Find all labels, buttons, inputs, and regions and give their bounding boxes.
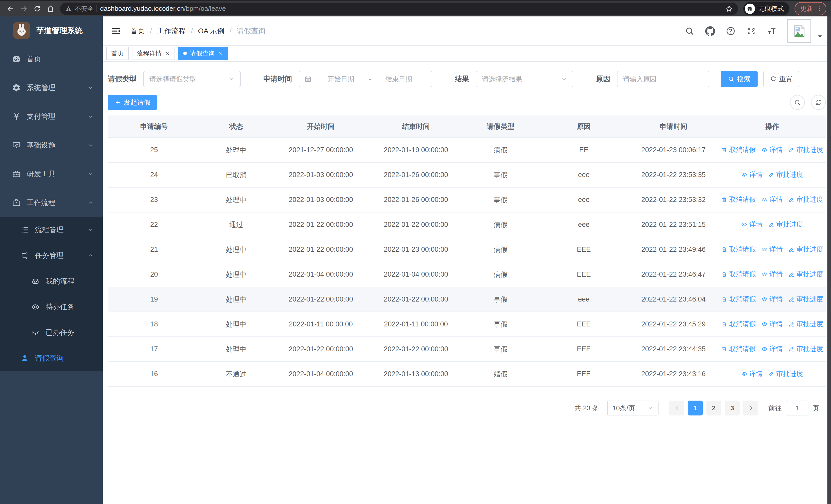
tab-leave-query[interactable]: 请假查询: [178, 47, 228, 60]
action-detail-link[interactable]: 详情: [762, 345, 783, 353]
action-detail-link[interactable]: 详情: [762, 270, 783, 279]
chevron-down-icon: [87, 113, 94, 120]
page-scrollbar[interactable]: [827, 17, 831, 504]
breadcrumb-item[interactable]: 首页: [131, 26, 145, 36]
eye-icon: [762, 197, 768, 203]
goto-page-input[interactable]: [786, 401, 808, 415]
page-button-1[interactable]: 1: [688, 401, 703, 415]
help-icon[interactable]: [726, 26, 736, 36]
prev-page-button[interactable]: [669, 401, 684, 415]
sidebar-item-payment[interactable]: 支付管理: [0, 102, 103, 131]
column-header: 请假类型: [462, 116, 539, 138]
sidebar-item-devtools[interactable]: 研发工具: [0, 159, 103, 188]
tab-process-detail[interactable]: 流程详情: [132, 47, 175, 60]
action-cancel-link[interactable]: 取消请假: [721, 295, 756, 304]
breadcrumb-item[interactable]: OA 示例: [198, 26, 225, 36]
action-detail-link[interactable]: 详情: [762, 295, 783, 304]
reset-button[interactable]: 重置: [763, 71, 799, 87]
chevron-down-icon: [561, 76, 567, 82]
github-icon[interactable]: [705, 26, 715, 36]
browser-forward-icon[interactable]: [18, 3, 30, 14]
action-progress-link[interactable]: 审批进度: [789, 245, 823, 254]
page-button-2[interactable]: 2: [706, 401, 721, 415]
action-cancel-link[interactable]: 取消请假: [721, 245, 756, 254]
cell-reason: EE: [539, 138, 629, 162]
kebab-menu-icon[interactable]: [816, 6, 822, 12]
action-detail-link[interactable]: 详情: [762, 195, 783, 204]
url-bar[interactable]: 不安全 dashboard.yudao.iocoder.cn/bpm/oa/le…: [60, 3, 738, 15]
app-logo-row[interactable]: 芋道管理系统: [0, 17, 103, 45]
sidebar-item-process-mgmt[interactable]: 流程管理: [0, 217, 103, 243]
end-date-placeholder: 结束日期: [371, 75, 427, 84]
sidebar-collapse-icon[interactable]: [111, 26, 121, 36]
action-cancel-link[interactable]: 取消请假: [721, 145, 756, 154]
sidebar-item-done-tasks[interactable]: 已办任务: [0, 320, 103, 346]
eye-icon: [741, 172, 747, 178]
browser-update-button[interactable]: 更新: [795, 2, 826, 16]
trash-icon: [721, 321, 727, 327]
action-progress-link[interactable]: 审批进度: [789, 195, 823, 204]
column-header: 结束时间: [370, 116, 462, 138]
leave-type-select[interactable]: 请选择请假类型: [143, 71, 241, 87]
chevron-down-icon: [228, 76, 235, 82]
sidebar-item-home[interactable]: 首页: [0, 45, 103, 73]
action-progress-link[interactable]: 审批进度: [768, 369, 803, 378]
search-button[interactable]: 搜索: [721, 71, 757, 87]
page-size-select[interactable]: 10条/页: [607, 401, 659, 415]
action-progress-link[interactable]: 审批进度: [789, 320, 823, 328]
table-row: 25处理中2021-12-27 00:00:002022-01-19 00:00…: [108, 138, 826, 162]
search-icon[interactable]: [685, 26, 694, 36]
result-select[interactable]: 请选择流结果: [476, 71, 573, 87]
create-leave-button[interactable]: 发起请假: [108, 95, 157, 110]
sidebar-item-system[interactable]: 系统管理: [0, 73, 103, 102]
reason-input[interactable]: [617, 71, 709, 87]
close-icon[interactable]: [218, 51, 223, 56]
action-progress-link[interactable]: 审批进度: [768, 220, 803, 229]
browser-reload-icon[interactable]: [31, 3, 43, 14]
sidebar-item-todo-tasks[interactable]: 待办任务: [0, 294, 103, 320]
action-detail-link[interactable]: 详情: [741, 220, 763, 229]
action-cancel-link[interactable]: 取消请假: [721, 270, 756, 279]
cell-reason: eee: [539, 162, 629, 187]
bookmark-star-icon[interactable]: [725, 5, 733, 12]
edit-icon: [789, 197, 795, 203]
action-cancel-link[interactable]: 取消请假: [721, 345, 756, 353]
breadcrumb-item[interactable]: 工作流程: [157, 26, 186, 36]
cell-actions: 详情审批进度: [718, 212, 826, 237]
action-cancel-link[interactable]: 取消请假: [721, 320, 756, 328]
avatar-caret-down-icon[interactable]: [817, 34, 823, 39]
apply-time-range-picker[interactable]: 开始日期 - 结束日期: [299, 71, 432, 87]
next-page-button[interactable]: [743, 401, 758, 415]
cell-status: 处理中: [200, 138, 272, 162]
sidebar-item-my-process[interactable]: 我的流程: [0, 268, 103, 294]
font-size-icon[interactable]: [767, 26, 777, 36]
action-progress-link[interactable]: 审批进度: [789, 270, 823, 279]
action-detail-link[interactable]: 详情: [741, 170, 763, 179]
action-progress-link[interactable]: 审批进度: [789, 145, 823, 154]
fullscreen-icon[interactable]: [746, 26, 756, 36]
cell-reason: EEE: [539, 262, 629, 287]
cell-id: 23: [108, 187, 200, 212]
close-icon[interactable]: [165, 51, 170, 56]
action-detail-link[interactable]: 详情: [762, 245, 783, 254]
action-detail-link[interactable]: 详情: [762, 145, 783, 154]
user-avatar[interactable]: [787, 19, 811, 43]
action-progress-link[interactable]: 审批进度: [789, 295, 823, 304]
table-row: 16不通过2022-01-04 00:00:002022-01-13 00:00…: [108, 362, 826, 386]
refresh-table-button[interactable]: [811, 95, 826, 110]
action-cancel-link[interactable]: 取消请假: [721, 195, 756, 204]
sidebar-item-infra[interactable]: 基础设施: [0, 131, 103, 159]
cell-reason: EEE: [539, 237, 629, 262]
sidebar-item-leave-query[interactable]: 请假查询: [0, 346, 103, 371]
action-progress-link[interactable]: 审批进度: [768, 170, 803, 179]
action-detail-link[interactable]: 详情: [762, 320, 783, 328]
browser-back-icon[interactable]: [5, 3, 17, 14]
action-detail-link[interactable]: 详情: [741, 369, 763, 378]
sidebar-item-task-mgmt[interactable]: 任务管理: [0, 243, 103, 268]
toggle-search-button[interactable]: [790, 95, 805, 110]
tab-home[interactable]: 首页: [106, 47, 129, 60]
browser-home-icon[interactable]: [45, 3, 56, 14]
action-progress-link[interactable]: 审批进度: [789, 345, 823, 353]
sidebar-item-workflow[interactable]: 工作流程: [0, 188, 103, 217]
page-button-3[interactable]: 3: [725, 401, 740, 415]
